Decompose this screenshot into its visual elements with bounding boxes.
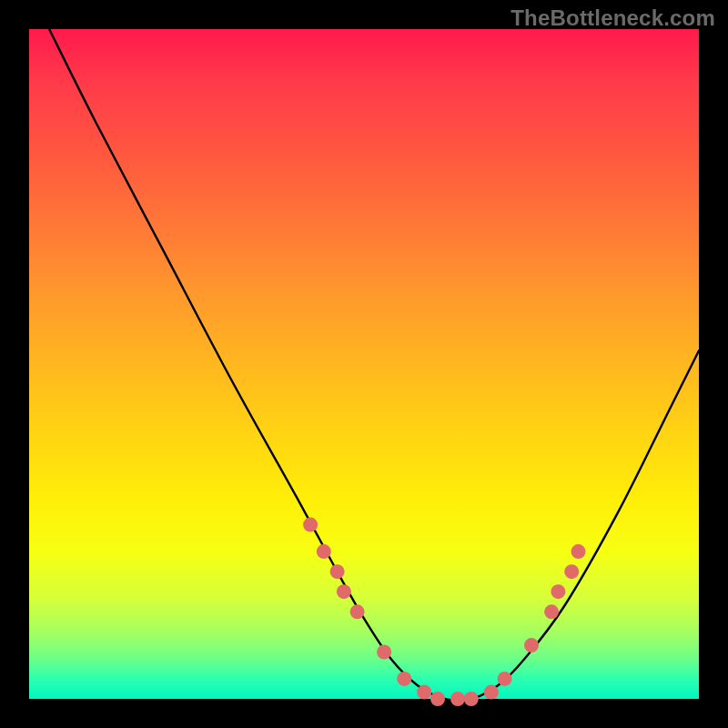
chart-svg (29, 29, 699, 699)
chart-frame: TheBottleneck.com (0, 0, 728, 728)
highlight-dot (551, 584, 565, 599)
highlight-dot (337, 584, 351, 599)
highlight-dot (430, 692, 445, 706)
highlight-dot (498, 672, 512, 686)
highlight-dot (417, 685, 431, 700)
highlight-dot (564, 564, 579, 579)
highlight-dot (484, 685, 499, 700)
highlight-dot (350, 604, 365, 619)
watermark-text: TheBottleneck.com (511, 5, 715, 31)
highlight-dot (303, 518, 318, 532)
highlight-dot (544, 604, 559, 619)
highlight-dot (397, 672, 411, 686)
highlight-dot (317, 544, 331, 559)
highlight-dot (450, 692, 465, 706)
highlight-dot (464, 692, 479, 706)
highlight-dot (377, 645, 391, 660)
highlight-dots (303, 518, 585, 706)
bottleneck-curve (49, 29, 699, 701)
highlight-dot (330, 564, 345, 579)
highlight-dot (524, 638, 539, 652)
highlight-dot (571, 544, 586, 559)
